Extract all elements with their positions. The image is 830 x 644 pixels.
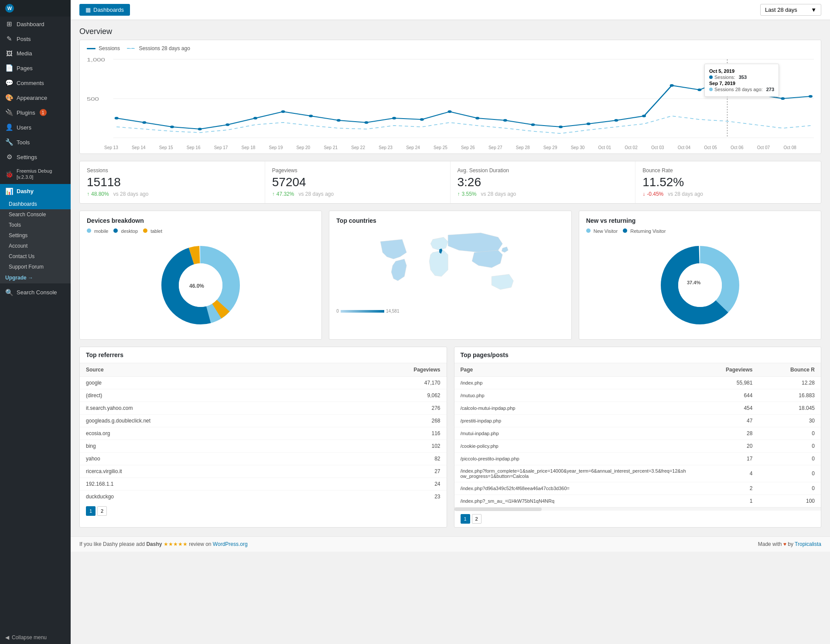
table-row: googleads.g.doubleclick.net268: [80, 415, 447, 427]
sidebar-item-appearance[interactable]: 🎨 Appearance: [0, 90, 71, 105]
sidebar-item-dashboard[interactable]: ⊞ Dashboard: [0, 17, 71, 31]
map-scale-bar: [341, 310, 384, 313]
page-cell: /index.php?d96a349c52fc4f68eea46a47ccb3d…: [454, 482, 693, 495]
tools-icon: 🔧: [5, 138, 13, 146]
sidebar-item-settings[interactable]: ⚙ Settings: [0, 150, 71, 164]
footer: If you like Dashy please add Dashy ★★★★★…: [71, 536, 830, 552]
page-2-btn[interactable]: 2: [472, 514, 482, 524]
dashboard-icon: ⊞: [5, 20, 13, 28]
sidebar-item-dashy[interactable]: 📊 Dashy: [0, 184, 71, 199]
source-cell: google: [80, 377, 323, 389]
credit-link[interactable]: Tropicalista: [795, 541, 821, 547]
sidebar-item-tools[interactable]: 🔧 Tools: [0, 135, 71, 150]
change-value: 3.55%: [462, 191, 477, 197]
pageviews-cell: 102: [323, 440, 447, 453]
stat-pageviews: Pageviews 57204 ↑ 47.32% vs 28 days ago: [265, 161, 451, 203]
svg-point-29: [781, 97, 785, 100]
date-range-label: Last 28 days: [765, 7, 797, 13]
settings-icon: ⚙: [5, 153, 13, 161]
stat-label: Bounce Rate: [642, 167, 814, 174]
stat-bounce: Bounce Rate 11.52% ↓ -0.45% vs 28 days a…: [635, 161, 821, 203]
topbar-title: Dashboards: [93, 7, 124, 13]
sidebar-item-plugins[interactable]: 🔌 Plugins 1: [0, 105, 71, 120]
sidebar-item-label: Freemius Debug [v.2.3.0]: [17, 168, 65, 181]
plugins-icon: 🔌: [5, 109, 13, 116]
sidebar-item-label: Media: [17, 50, 32, 57]
sidebar-item-freemius[interactable]: 🐞 Freemius Debug [v.2.3.0]: [0, 164, 71, 184]
sidebar-submenu-settings[interactable]: Settings: [0, 230, 71, 241]
stat-value: 3:26: [458, 175, 628, 189]
sidebar-item-comments[interactable]: 💬 Comments: [0, 75, 71, 90]
sidebar-submenu-support[interactable]: Support Forum: [0, 262, 71, 272]
dashboards-button[interactable]: ▦ Dashboards: [79, 4, 130, 16]
bounce-cell: 0: [758, 465, 821, 482]
appearance-icon: 🎨: [5, 94, 13, 102]
stats-row: Sessions 15118 ↑ 48.80% vs 28 days ago P…: [79, 161, 821, 204]
svg-point-8: [198, 128, 202, 130]
col-pageviews: Pageviews: [323, 363, 447, 377]
pageviews-cell: 268: [323, 415, 447, 427]
legend-tablet: tablet: [143, 228, 162, 234]
source-cell: duckduckgo: [80, 491, 323, 503]
submenu-label: Settings: [9, 232, 27, 239]
svg-point-14: [364, 121, 368, 124]
sidebar-submenu-search-console[interactable]: Search Console: [0, 209, 71, 220]
sidebar-submenu-tools[interactable]: Tools: [0, 220, 71, 230]
sidebar-submenu-account[interactable]: Account: [0, 241, 71, 251]
table-row: /cookie-policy.php200: [454, 440, 821, 453]
chart-svg-area: 1,000 500: [87, 55, 814, 143]
pageviews-cell: 24: [323, 478, 447, 491]
submenu-label: Support Forum: [9, 264, 44, 270]
overview-svg: 1,000 500: [87, 55, 814, 142]
submenu-label: Account: [9, 243, 27, 249]
posts-icon: ✎: [5, 35, 13, 43]
sidebar-item-users[interactable]: 👤 Users: [0, 120, 71, 135]
sidebar-item-media[interactable]: 🖼 Media: [0, 46, 71, 61]
wp-org-link[interactable]: WordPress.org: [213, 541, 248, 547]
media-icon: 🖼: [5, 50, 13, 57]
wp-icon: W: [5, 4, 14, 13]
upgrade-button[interactable]: Upgrade →: [0, 272, 71, 283]
sidebar-submenu-contact[interactable]: Contact Us: [0, 251, 71, 262]
pages-icon: 📄: [5, 64, 13, 72]
tables-row: Top referrers Source Pageviews google47,…: [79, 347, 821, 528]
svg-point-9: [225, 123, 229, 126]
wp-logo[interactable]: W: [0, 0, 71, 17]
submenu-label: Search Console: [9, 211, 46, 218]
top-referrers-table: Source Pageviews google47,170(direct)9,0…: [80, 363, 447, 503]
mobile-dot: [87, 228, 91, 233]
svg-point-13: [337, 119, 341, 122]
sidebar-item-pages[interactable]: 📄 Pages: [0, 61, 71, 75]
submenu-label: Tools: [9, 222, 21, 228]
new-returning-title: New vs returning: [586, 217, 814, 224]
svg-text:37.4%: 37.4%: [687, 280, 700, 285]
overview-chart-container: Sessions Sessions 28 days ago 1,000 500: [79, 40, 821, 154]
stat-label: Pageviews: [272, 167, 443, 174]
date-range-dropdown[interactable]: Last 28 days ▼: [760, 4, 821, 16]
devices-legend: mobile desktop tablet: [87, 228, 314, 234]
main-content: ▦ Dashboards Last 28 days ▼ Overview Ses…: [71, 0, 830, 644]
grid-icon: ▦: [85, 7, 91, 13]
bounce-cell: 100: [758, 495, 821, 508]
collapse-menu-button[interactable]: ◀ Collapse menu: [0, 631, 71, 644]
freemius-icon: 🐞: [5, 170, 13, 179]
page-1-btn[interactable]: 1: [86, 506, 96, 516]
table-row: /mutui-inpdap.php280: [454, 427, 821, 440]
map-scale: 0 14,581: [336, 309, 564, 313]
page-cell: /calcolo-mutui-inpdap.php: [454, 402, 693, 415]
upgrade-label: Upgrade →: [5, 275, 33, 281]
vs-label: vs 28 days ago: [113, 191, 149, 197]
overview-title: Overview: [79, 27, 821, 36]
sidebar-search-console[interactable]: 🔍 Search Console: [0, 285, 71, 300]
page-1-btn[interactable]: 1: [461, 514, 470, 524]
page-2-btn[interactable]: 2: [97, 506, 107, 516]
sidebar-submenu-dashboards[interactable]: Dashboards: [0, 199, 71, 209]
sidebar-item-posts[interactable]: ✎ Posts: [0, 31, 71, 46]
new-returning-widget: New vs returning New Visitor Returning V…: [579, 211, 821, 340]
change-value: 48.80%: [91, 191, 109, 197]
legend-mobile: mobile: [87, 228, 108, 234]
devices-donut: 46.0% 49.6%: [87, 237, 314, 333]
scrollbar-thumb[interactable]: [454, 508, 542, 511]
stat-sessions: Sessions 15118 ↑ 48.80% vs 28 days ago: [80, 161, 265, 203]
legend-returning: Returning Visitor: [623, 228, 666, 234]
